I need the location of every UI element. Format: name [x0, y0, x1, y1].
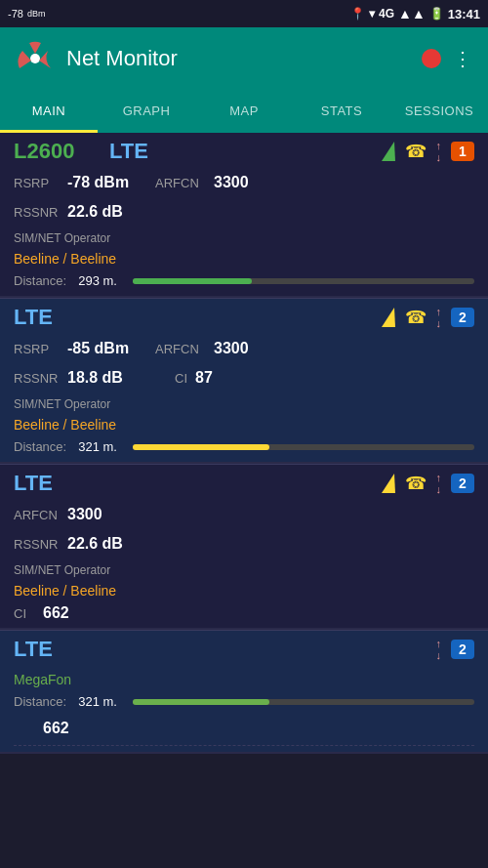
signal-strength-icon-3: [382, 474, 395, 493]
distance-bar-fill-2: [133, 444, 269, 450]
card4-header: LTE ↑↓ 2: [0, 631, 488, 668]
record-button[interactable]: [422, 49, 441, 68]
more-options-button[interactable]: ⋮: [453, 47, 472, 70]
distance-bar-1: [133, 278, 474, 284]
card1-operator: SIM/NET Operator: [0, 228, 488, 248]
tab-sessions[interactable]: SESSIONS: [390, 90, 488, 131]
distance-bar-fill-4: [133, 699, 269, 705]
card4-ci: 662: [0, 717, 488, 745]
tab-map[interactable]: MAP: [195, 90, 293, 131]
card2-distance: Distance: 321 m.: [0, 435, 488, 462]
card4-icons: ↑↓ 2: [436, 638, 475, 661]
call-icon-2: ☎: [405, 307, 427, 328]
sim-badge-3: 2: [451, 474, 474, 493]
distance-bar-fill-1: [133, 278, 253, 284]
card1-header: L2600 LTE ☎ ↑↓ 1: [0, 133, 488, 170]
transfer-icon: ↑↓: [436, 140, 442, 163]
card2-rsrp: RSRP -85 dBm ARFCN 3300: [0, 336, 488, 365]
operator-label-3: SIM/NET Operator: [14, 563, 110, 577]
transfer-icon-2: ↑↓: [436, 306, 442, 329]
status-bar: -78 dBm 📍 ▾ 4G ▲▲ 🔋 13:41: [0, 0, 488, 27]
card2-header: LTE ☎ ↑↓ 2: [0, 299, 488, 336]
sim-badge-4: 2: [451, 640, 474, 659]
signal-unit: dBm: [27, 10, 46, 19]
cell-card-2: LTE ☎ ↑↓ 2 RSRP -85 dBm ARFCN 3300 RSSNR…: [0, 299, 488, 464]
card3-header: LTE ☎ ↑↓ 2: [0, 465, 488, 502]
card3-rssnr: RSSNR 22.6 dB: [0, 531, 488, 560]
app-header: Net Monitor ⋮: [0, 27, 488, 90]
card4-distance: Distance: 321 m.: [0, 690, 488, 717]
app-header-right: ⋮: [422, 47, 472, 70]
card3-icons: ☎ ↑↓ 2: [382, 472, 475, 495]
operator-value-4: MegaFon: [14, 672, 71, 687]
card3-operator-value: Beeline / Beeline: [0, 580, 488, 601]
card3-arfcn: ARFCN 3300: [0, 502, 488, 531]
operator-value-2: Beeline / Beeline: [14, 417, 116, 433]
card4-tech: LTE: [14, 637, 53, 662]
call-icon-3: ☎: [405, 473, 427, 494]
tab-main[interactable]: MAIN: [0, 90, 98, 131]
transfer-icon-4: ↑↓: [436, 638, 442, 661]
cell-card-4: LTE ↑↓ 2 MegaFon Distance: 321 m. 662: [0, 631, 488, 754]
card2-tech: LTE: [14, 305, 53, 330]
card4-operator: MegaFon: [0, 668, 488, 690]
card1-tech: LTE: [109, 139, 148, 164]
tab-stats[interactable]: STATS: [293, 90, 390, 131]
cell-card-3: LTE ☎ ↑↓ 2 ARFCN 3300 RSSNR 22.6 dB SIM/…: [0, 465, 488, 630]
dash-separator: [14, 745, 474, 746]
location-icon: 📍: [350, 7, 365, 21]
sim-badge-1: 1: [451, 142, 474, 161]
main-content: L2600 LTE ☎ ↑↓ 1 RSRP -78 dBm ARFCN 3300: [0, 133, 488, 868]
network-type: 4G: [379, 7, 394, 21]
signal-strength-icon-2: [382, 308, 395, 327]
sim-badge-2: 2: [451, 308, 474, 327]
tab-graph[interactable]: GRAPH: [98, 90, 195, 131]
signal-db: -78: [8, 8, 23, 20]
battery-icon: 🔋: [429, 7, 444, 21]
operator-value: Beeline / Beeline: [14, 251, 116, 267]
card1-band: L2600: [14, 139, 102, 164]
operator-label-2: SIM/NET Operator: [14, 397, 110, 411]
card1-icons: ☎ ↑↓ 1: [382, 140, 475, 163]
card1-distance: Distance: 293 m.: [0, 269, 488, 296]
card1-operator-value: Beeline / Beeline: [0, 248, 488, 269]
tabs-bar: MAIN GRAPH MAP STATS SESSIONS: [0, 90, 488, 133]
clock: 13:41: [448, 7, 480, 21]
app-title: Net Monitor: [66, 46, 178, 71]
card2-operator: SIM/NET Operator: [0, 394, 488, 414]
status-right: 📍 ▾ 4G ▲▲ 🔋 13:41: [350, 6, 480, 21]
card1-rsrp: RSRP -78 dBm ARFCN 3300: [0, 170, 488, 199]
wifi-icon: ▾: [369, 7, 375, 21]
call-icon: ☎: [405, 141, 427, 162]
card2-icons: ☎ ↑↓ 2: [382, 306, 475, 329]
card3-ci: CI 662: [0, 601, 488, 628]
operator-label: SIM/NET Operator: [14, 231, 110, 245]
status-left: -78 dBm: [8, 8, 45, 20]
distance-bar-4: [133, 699, 474, 705]
signal-bars: ▲▲: [398, 6, 426, 21]
app-logo-icon: [16, 39, 55, 78]
operator-value-3: Beeline / Beeline: [14, 583, 116, 599]
app-header-left: Net Monitor: [16, 39, 178, 78]
card3-operator: SIM/NET Operator: [0, 560, 488, 580]
card3-tech: LTE: [14, 471, 53, 496]
svg-point-0: [30, 54, 40, 63]
distance-bar-2: [133, 444, 474, 450]
cell-card-1: L2600 LTE ☎ ↑↓ 1 RSRP -78 dBm ARFCN 3300: [0, 133, 488, 298]
card2-rssnr: RSSNR 18.8 dB CI 87: [0, 365, 488, 394]
signal-strength-icon: [382, 142, 395, 161]
card1-rssnr: RSSNR 22.6 dB: [0, 199, 488, 228]
transfer-icon-3: ↑↓: [436, 472, 442, 495]
card2-operator-value: Beeline / Beeline: [0, 414, 488, 435]
